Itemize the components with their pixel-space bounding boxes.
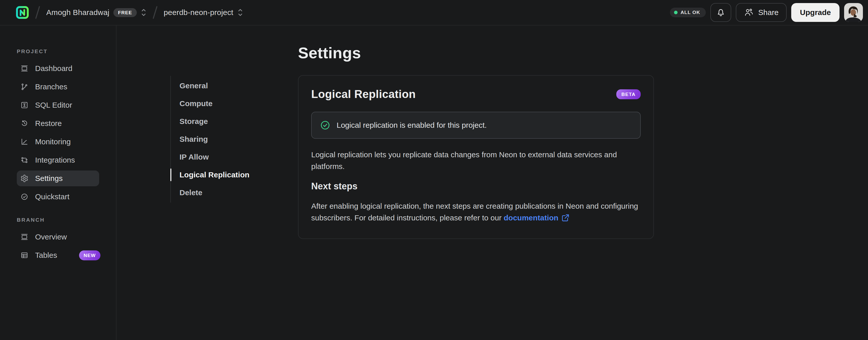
neon-logo-icon[interactable] xyxy=(16,6,29,19)
users-icon xyxy=(744,8,753,17)
description-text: Logical replication lets you replicate d… xyxy=(311,149,641,172)
documentation-link[interactable]: documentation xyxy=(504,214,558,222)
main-shell: PROJECT Dashboard xyxy=(0,25,868,340)
sidebar-item-label: Dashboard xyxy=(35,64,72,73)
subnav-item-storage[interactable]: Storage xyxy=(171,112,298,130)
monitoring-chart-icon xyxy=(20,138,29,146)
sidebar-item-branches[interactable]: Branches xyxy=(17,79,99,95)
sidebar-item-label: Branches xyxy=(35,82,67,91)
sidebar-item-label: Settings xyxy=(35,174,63,183)
subnav-item-ip-allow[interactable]: IP Allow xyxy=(171,148,298,166)
avatar[interactable] xyxy=(844,3,863,22)
status-badge[interactable]: ALL OK xyxy=(670,8,706,17)
next-steps-body: After enabling logical replication, the … xyxy=(311,202,638,222)
page-title: Settings xyxy=(298,44,654,62)
sidebar-item-label: Tables xyxy=(35,251,57,260)
sidebar-item-label: Quickstart xyxy=(35,192,69,201)
external-link-icon xyxy=(561,214,569,225)
beta-badge: BETA xyxy=(616,89,641,99)
alert-message: Logical replication is enabled for this … xyxy=(337,121,487,130)
sidebar-section-branch: BRANCH Overview xyxy=(0,217,116,263)
breadcrumb: Amogh Bharadwaj FREE peerdb-neon-project xyxy=(16,6,243,19)
breadcrumb-divider xyxy=(35,6,40,19)
card-title: Logical Replication xyxy=(311,88,416,101)
subnav-item-general[interactable]: General xyxy=(171,77,298,95)
share-button[interactable]: Share xyxy=(736,3,787,22)
restore-clock-icon xyxy=(20,119,29,128)
sidebar-item-monitoring[interactable]: Monitoring xyxy=(17,134,99,150)
sidebar-item-tables[interactable]: Tables NEW xyxy=(17,247,99,263)
sidebar-item-settings[interactable]: Settings xyxy=(17,171,99,186)
integrations-icon xyxy=(20,156,29,164)
gear-icon xyxy=(20,174,29,182)
sidebar: PROJECT Dashboard xyxy=(0,25,117,340)
plan-badge: FREE xyxy=(114,8,136,17)
check-circle-icon xyxy=(320,120,331,131)
breadcrumb-divider xyxy=(153,6,157,19)
sidebar-item-label: Restore xyxy=(35,119,62,128)
settings-subnav: General Compute Storage Sharing IP Allow… xyxy=(170,76,298,203)
sidebar-item-label: Integrations xyxy=(35,156,75,164)
neon-logo-glyph xyxy=(16,6,29,19)
sidebar-section-label: BRANCH xyxy=(17,217,116,223)
org-name: Amogh Bharadwaj xyxy=(46,8,109,17)
dashboard-icon xyxy=(20,64,29,73)
sql-editor-icon xyxy=(20,101,29,109)
sidebar-section-label: PROJECT xyxy=(17,48,116,54)
chevron-updown-icon xyxy=(141,8,147,17)
sidebar-item-restore[interactable]: Restore xyxy=(17,116,99,131)
status-label: ALL OK xyxy=(681,10,701,15)
sidebar-item-label: Overview xyxy=(35,233,67,241)
sidebar-item-overview[interactable]: Overview xyxy=(17,229,99,245)
check-circle-icon xyxy=(20,193,29,201)
settings-main: Settings Logical Replication BETA Logica… xyxy=(298,25,654,239)
next-steps-text: After enabling logical replication, the … xyxy=(311,200,641,225)
git-branch-icon xyxy=(20,83,29,91)
sidebar-item-label: SQL Editor xyxy=(35,101,72,109)
new-badge: NEW xyxy=(79,250,100,260)
subnav-item-delete[interactable]: Delete xyxy=(171,184,298,202)
settings-page: General Compute Storage Sharing IP Allow… xyxy=(117,25,868,340)
status-dot xyxy=(674,11,678,14)
topbar: Amogh Bharadwaj FREE peerdb-neon-project xyxy=(0,0,868,25)
project-name: peerdb-neon-project xyxy=(164,8,234,17)
sidebar-item-dashboard[interactable]: Dashboard xyxy=(17,61,99,76)
org-selector[interactable]: Amogh Bharadwaj FREE xyxy=(46,8,147,17)
avatar-photo xyxy=(844,3,863,22)
notifications-button[interactable] xyxy=(710,3,731,22)
chevron-updown-icon xyxy=(238,8,243,17)
sidebar-item-quickstart[interactable]: Quickstart xyxy=(17,189,99,205)
sidebar-section-project: PROJECT Dashboard xyxy=(0,48,116,205)
overview-icon xyxy=(20,233,29,241)
sidebar-item-label: Monitoring xyxy=(35,137,71,146)
sidebar-item-integrations[interactable]: Integrations xyxy=(17,152,99,168)
subnav-item-logical-replication[interactable]: Logical Replication xyxy=(171,166,298,184)
project-selector[interactable]: peerdb-neon-project xyxy=(164,8,243,17)
next-steps-title: Next steps xyxy=(311,181,641,192)
subnav-item-compute[interactable]: Compute xyxy=(171,95,298,112)
table-icon xyxy=(20,251,29,259)
topbar-actions: ALL OK xyxy=(670,3,863,22)
share-label: Share xyxy=(758,8,778,17)
bell-icon xyxy=(716,7,726,18)
upgrade-button[interactable]: Upgrade xyxy=(791,3,839,22)
neon-console: Amogh Bharadwaj FREE peerdb-neon-project xyxy=(0,0,868,340)
success-alert: Logical replication is enabled for this … xyxy=(311,112,641,139)
logical-replication-card: Logical Replication BETA Logical replica… xyxy=(298,75,654,239)
subnav-item-sharing[interactable]: Sharing xyxy=(171,130,298,148)
card-header: Logical Replication BETA xyxy=(311,88,641,101)
sidebar-item-sql-editor[interactable]: SQL Editor xyxy=(17,97,99,113)
